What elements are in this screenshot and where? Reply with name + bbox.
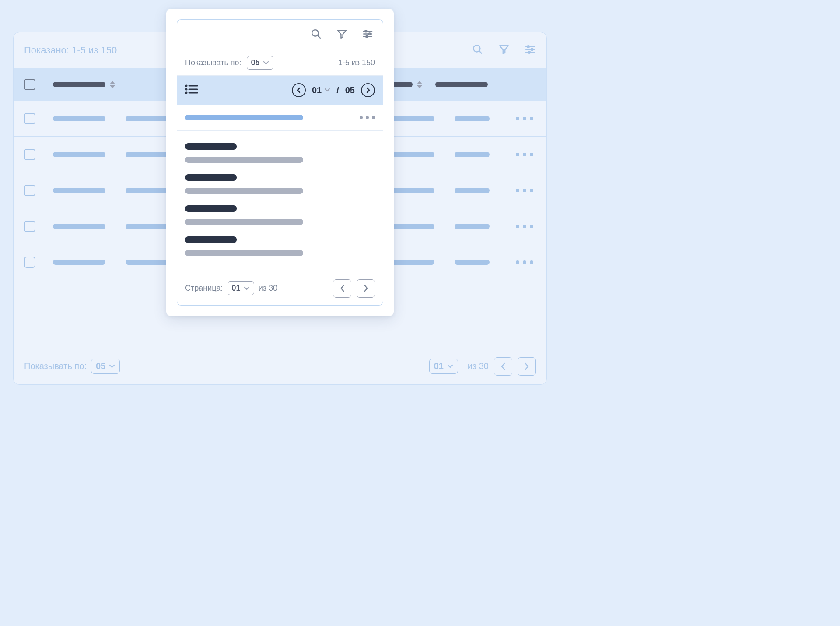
- search-icon[interactable]: [472, 44, 483, 57]
- prev-page-button[interactable]: [494, 357, 512, 376]
- mobile-card: Показывать по: 05 1-5 из 150 01 / 05: [177, 19, 383, 306]
- settings-sliders-icon[interactable]: [525, 44, 536, 57]
- chevron-down-icon: [447, 364, 453, 369]
- page-of-label: из 30: [468, 361, 489, 371]
- row-checkbox[interactable]: [24, 185, 35, 196]
- current-page-select[interactable]: 01: [312, 85, 330, 95]
- row-checkbox[interactable]: [24, 257, 35, 268]
- page-label: Страница:: [185, 284, 223, 293]
- select-all-checkbox[interactable]: [24, 79, 35, 90]
- svg-line-1: [479, 51, 481, 53]
- background-header-icons: [472, 44, 536, 57]
- item-actions-icon[interactable]: [360, 116, 375, 119]
- card-body: [177, 105, 383, 271]
- next-page-button[interactable]: [357, 279, 375, 298]
- item-title-placeholder: [185, 115, 303, 120]
- prev-page-button[interactable]: [333, 279, 351, 298]
- range-label: 1-5 из 150: [338, 58, 375, 67]
- item-field: [185, 166, 375, 197]
- svg-point-19: [186, 85, 187, 86]
- item-field: [185, 197, 375, 229]
- page-separator: /: [336, 85, 339, 95]
- shown-count-label: Показано: 1-5 из 150: [24, 45, 117, 56]
- sort-arrows-icon[interactable]: [417, 81, 422, 88]
- svg-point-20: [186, 89, 187, 90]
- row-actions-icon[interactable]: [516, 225, 536, 228]
- card-item-fields: [177, 131, 383, 271]
- sort-arrows-icon[interactable]: [110, 81, 115, 88]
- row-checkbox[interactable]: [24, 113, 35, 124]
- row-actions-icon[interactable]: [516, 117, 536, 120]
- chevron-down-icon: [324, 88, 330, 92]
- prev-page-button[interactable]: [292, 83, 306, 97]
- row-actions-icon[interactable]: [516, 189, 536, 192]
- chevron-down-icon: [109, 364, 115, 369]
- background-footer: Показывать по: 05 01 из 30: [14, 348, 546, 384]
- total-pages-label: 05: [345, 85, 355, 95]
- per-page-label: Показывать по:: [24, 361, 87, 371]
- chevron-down-icon: [263, 61, 269, 65]
- row-actions-icon[interactable]: [516, 153, 536, 156]
- item-field: [185, 229, 375, 260]
- filter-icon[interactable]: [336, 28, 347, 41]
- next-page-button[interactable]: [361, 83, 375, 97]
- mobile-card-container: Показывать по: 05 1-5 из 150 01 / 05: [166, 9, 394, 316]
- svg-line-9: [318, 35, 320, 38]
- per-page-select[interactable]: 05: [247, 56, 273, 70]
- card-per-page-bar: Показывать по: 05 1-5 из 150: [177, 50, 383, 76]
- column-header[interactable]: [53, 81, 115, 88]
- svg-point-21: [186, 92, 187, 93]
- list-view-icon[interactable]: [185, 84, 198, 96]
- page-of-label: из 30: [259, 284, 277, 293]
- card-footer: Страница: 01 из 30: [177, 271, 383, 305]
- item-field: [185, 135, 375, 166]
- card-item-title-row: [177, 105, 383, 131]
- next-page-button[interactable]: [518, 357, 536, 376]
- card-nav-bar: 01 / 05: [177, 76, 383, 105]
- search-icon[interactable]: [311, 28, 322, 41]
- row-actions-icon[interactable]: [516, 260, 536, 264]
- card-toolbar: [177, 20, 383, 50]
- page-select[interactable]: 01: [429, 359, 458, 374]
- settings-sliders-icon[interactable]: [362, 28, 373, 41]
- column-header[interactable]: [435, 82, 488, 87]
- row-checkbox[interactable]: [24, 149, 35, 160]
- row-checkbox[interactable]: [24, 221, 35, 232]
- page-select[interactable]: 01: [228, 281, 254, 295]
- per-page-select[interactable]: 05: [91, 359, 120, 374]
- filter-icon[interactable]: [498, 44, 510, 57]
- chevron-down-icon: [244, 286, 250, 291]
- per-page-label: Показывать по:: [185, 58, 242, 67]
